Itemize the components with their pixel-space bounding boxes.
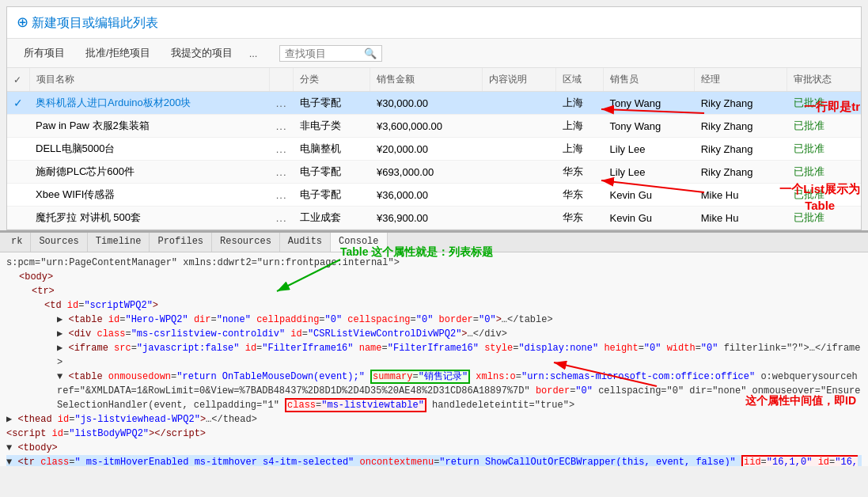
list-tabs-bar: 所有项目 批准/拒绝项目 我提交的项目 ... 🔍 [7,39,861,68]
devtools-tab-sources[interactable]: Sources [31,233,87,252]
row-category: 电子零配 [294,184,370,207]
devtools-tab-timeline[interactable]: Timeline [88,233,150,252]
table-body: ✓奥科机器人进口Arduino板材200块...电子零配¥30,000.00上海… [7,92,861,230]
row-name: 魔托罗拉 对讲机 500套 [29,207,270,230]
row-check: ✓ [7,92,29,115]
row-check [7,115,29,138]
devtools-tab-audits[interactable]: Audits [280,233,331,252]
row-status: 已批准 [787,184,861,207]
row-salesperson: Lily Lee [604,138,695,161]
tab-more[interactable]: ... [243,44,264,63]
col-region: 区域 [556,68,604,92]
row-salesperson: Kevin Gu [604,184,695,207]
row-category: 工业成套 [294,207,370,230]
row-category: 电子零配 [294,161,370,184]
row-amount: ¥30,000.00 [370,92,483,115]
row-salesperson: Tony Wang [604,92,695,115]
code-line-5: ▶ <table id="Hero-WPQ2" dir="none" cellp… [6,313,862,327]
code-line-9: ▶ <thead id="js-listviewhead-WPQ2">…</th… [6,412,862,427]
code-line-4: <td id="scriptWPQ2"> [6,298,862,313]
table-row[interactable]: Paw in Paw 衣服2集装箱...非电子类¥3,600,000.00上海T… [7,115,861,138]
row-note [483,161,556,184]
tab-all-items[interactable]: 所有项目 [13,42,75,64]
search-icon[interactable]: 🔍 [364,47,377,59]
search-box[interactable]: 🔍 [279,45,382,62]
row-region: 上海 [556,115,604,138]
row-status: 已批准 [787,92,861,115]
row-check [7,184,29,207]
row-category: 非电子类 [294,115,370,138]
table-row[interactable]: ✓奥科机器人进口Arduino板材200块...电子零配¥30,000.00上海… [7,92,861,115]
row-region: 华东 [556,184,604,207]
row-check [7,207,29,230]
row-region: 华东 [556,207,604,230]
table-row[interactable]: Xbee WIFI传感器...电子零配¥36,000.00华东Kevin GuM… [7,184,861,207]
row-region: 上海 [556,92,604,115]
devtools-tab-profiles[interactable]: Profiles [150,233,212,252]
table-row[interactable]: DELL电脑5000台...电脑整机¥20,000.00上海Lily LeeRi… [7,138,861,161]
devtools-panel: rk Sources Timeline Profiles Resources A… [0,230,868,466]
col-name: 项目名称 [29,68,270,92]
code-line-1: s:pcm="urn:PageContentManager" xmlns:ddw… [6,256,862,270]
list-title: ⊕ 新建项目或编辑此列表 [7,7,861,39]
row-manager: Mike Hu [695,184,787,207]
row-dots[interactable]: ... [270,92,294,115]
row-region: 上海 [556,138,604,161]
code-line-2: <body> [6,270,862,284]
col-manager: 经理 [695,68,787,92]
table-row[interactable]: 魔托罗拉 对讲机 500套...工业成套¥36,900.00华东Kevin Gu… [7,207,861,230]
row-name: 奥科机器人进口Arduino板材200块 [29,92,270,115]
col-amount: 销售金额 [370,68,483,92]
page-wrapper: ⊕ 新建项目或编辑此列表 所有项目 批准/拒绝项目 我提交的项目 ... 🔍 ✓… [0,6,868,497]
tab-approve-reject[interactable]: 批准/拒绝项目 [75,42,161,64]
devtools-tab-resources[interactable]: Resources [212,233,280,252]
row-name: 施耐德PLC芯片600件 [29,161,270,184]
row-status: 已批准 [787,161,861,184]
row-name: Paw in Paw 衣服2集装箱 [29,115,270,138]
row-amount: ¥20,000.00 [370,138,483,161]
code-line-3: <tr> [6,284,862,298]
row-dots[interactable]: ... [270,138,294,161]
code-line-10: <script id="listBodyWPQ2"></script> [6,427,862,441]
col-status: 审批状态 [787,68,861,92]
add-icon: ⊕ [17,14,28,30]
search-input[interactable] [285,47,364,59]
row-dots[interactable]: ... [270,184,294,207]
title-text: 新建项目或编辑此列表 [32,16,158,29]
row-amount: ¥36,900.00 [370,207,483,230]
code-line-12: ▼ <tr class=" ms-itmHoverEnabled ms-itmh… [6,455,862,466]
row-manager: Riky Zhang [695,115,787,138]
col-category: 分类 [294,68,370,92]
table-row[interactable]: 施耐德PLC芯片600件...电子零配¥693,000.00华东Lily Lee… [7,161,861,184]
devtools-tab-console[interactable]: Console [331,233,387,252]
row-manager: Mike Hu [695,207,787,230]
col-dots [270,68,294,92]
col-check: ✓ [7,68,29,92]
tab-my-submissions[interactable]: 我提交的项目 [161,42,243,64]
row-category: 电子零配 [294,92,370,115]
sharepoint-list: ⊕ 新建项目或编辑此列表 所有项目 批准/拒绝项目 我提交的项目 ... 🔍 ✓… [6,6,862,230]
table-header-row: ✓ 项目名称 分类 销售金额 内容说明 区域 销售员 经理 审批状态 [7,68,861,92]
col-note: 内容说明 [483,68,556,92]
row-dots[interactable]: ... [270,207,294,230]
row-status: 已批准 [787,115,861,138]
devtools-tabs-bar: rk Sources Timeline Profiles Resources A… [0,233,868,252]
row-note [483,138,556,161]
code-line-8: ▼ <table onmousedown="return OnTableMous… [6,370,862,412]
code-line-6: ▶ <div class="ms-csrlistview-controldiv"… [6,327,862,341]
row-salesperson: Kevin Gu [604,207,695,230]
row-name: Xbee WIFI传感器 [29,184,270,207]
row-note [483,207,556,230]
row-category: 电脑整机 [294,138,370,161]
row-note [483,92,556,115]
code-line-11: ▼ <tbody> [6,441,862,455]
devtools-content: s:pcm="urn:PageContentManager" xmlns:ddw… [0,252,868,466]
row-note [483,115,556,138]
row-dots[interactable]: ... [270,161,294,184]
row-dots[interactable]: ... [270,115,294,138]
items-table: ✓ 项目名称 分类 销售金额 内容说明 区域 销售员 经理 审批状态 ✓奥科机器… [7,68,861,230]
row-check [7,161,29,184]
devtools-tab-rk[interactable]: rk [3,233,31,252]
row-status: 已批准 [787,138,861,161]
row-salesperson: Tony Wang [604,115,695,138]
